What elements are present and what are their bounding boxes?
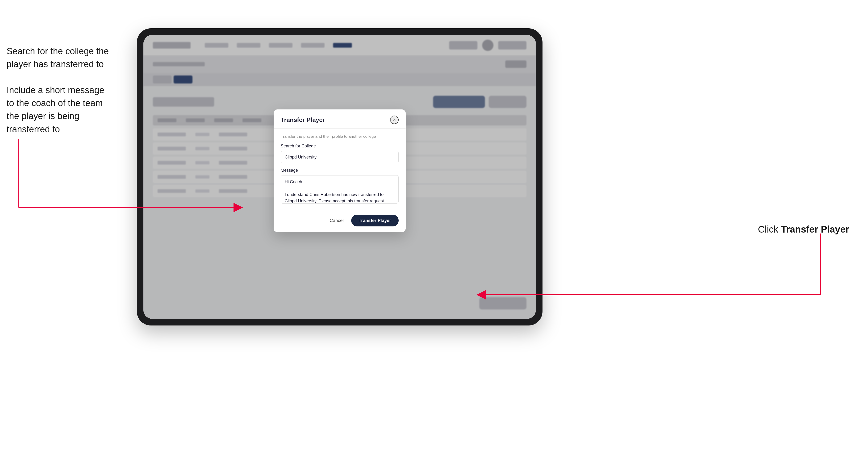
message-textarea[interactable]: Hi Coach, I understand Chris Robertson h… bbox=[281, 175, 399, 204]
modal-overlay: Transfer Player × Transfer the player an… bbox=[144, 35, 536, 319]
modal-close-button[interactable]: × bbox=[390, 116, 399, 124]
annotation-right-bold: Transfer Player bbox=[781, 224, 849, 235]
search-college-label: Search for College bbox=[281, 144, 399, 149]
tablet-screen: Transfer Player × Transfer the player an… bbox=[144, 35, 536, 319]
annotation-left: Search for the college theplayer has tra… bbox=[7, 45, 122, 136]
modal-subtitle: Transfer the player and their profile to… bbox=[281, 134, 399, 139]
search-college-input[interactable] bbox=[281, 151, 399, 163]
annotation-right-prefix: Click bbox=[758, 224, 781, 235]
transfer-player-modal: Transfer Player × Transfer the player an… bbox=[274, 110, 406, 232]
cancel-button[interactable]: Cancel bbox=[326, 216, 347, 225]
annotation-right: Click Transfer Player bbox=[758, 224, 849, 235]
annotation-line2: Include a short messageto the coach of t… bbox=[7, 84, 122, 135]
modal-header: Transfer Player × bbox=[274, 110, 406, 129]
modal-footer: Cancel Transfer Player bbox=[274, 210, 406, 232]
transfer-player-button[interactable]: Transfer Player bbox=[351, 215, 399, 226]
annotation-line1: Search for the college theplayer has tra… bbox=[7, 45, 122, 71]
modal-title: Transfer Player bbox=[281, 116, 325, 124]
tablet-frame: Transfer Player × Transfer the player an… bbox=[137, 28, 542, 325]
modal-body: Transfer the player and their profile to… bbox=[274, 129, 406, 210]
message-label: Message bbox=[281, 168, 399, 173]
